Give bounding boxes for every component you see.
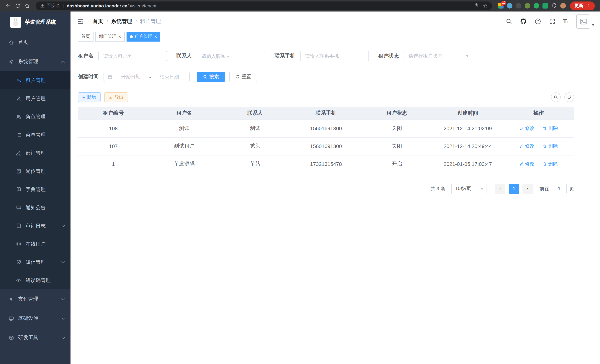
book-icon	[16, 187, 21, 192]
sidebar-item-label: 错误码管理	[26, 277, 65, 284]
tab-tenant[interactable]: 租户管理 ×	[126, 32, 160, 41]
pencil-icon	[519, 126, 524, 131]
browser-reload-button[interactable]	[13, 1, 22, 10]
broadcast-icon	[16, 241, 21, 247]
close-icon[interactable]: ×	[118, 34, 121, 39]
page-content: 租户名 联系人 联系手机 租户状态 请选择租户状态	[71, 42, 600, 364]
goto-suffix: 页	[569, 185, 574, 192]
prev-page-button[interactable]: ‹	[495, 184, 505, 194]
extensions-puzzle-icon[interactable]	[551, 3, 557, 9]
sidebar-item-payment[interactable]: ¥ 支付管理	[0, 289, 71, 309]
status-select[interactable]: 请选择租户状态 ▾	[404, 51, 472, 61]
delete-button[interactable]: 删除	[543, 143, 558, 149]
goto-prefix: 前往	[540, 185, 549, 192]
browser-profile-avatar[interactable]	[560, 3, 566, 9]
sidebar-item-sms[interactable]: 短信管理	[0, 253, 71, 271]
security-warning-icon[interactable]	[40, 3, 45, 8]
sidebar-item-devtools[interactable]: 研发工具	[0, 328, 71, 347]
extension-icon-6[interactable]	[543, 3, 548, 9]
page-1-button[interactable]: 1	[509, 184, 519, 194]
edit-button[interactable]: 修改	[519, 161, 534, 167]
search-button-label: 搜索	[209, 74, 219, 80]
tab-home[interactable]: 首页	[78, 32, 94, 41]
browser-home-button[interactable]	[22, 1, 32, 10]
sidebar-item-error-code[interactable]: </> 错误码管理	[0, 271, 71, 289]
sidebar-item-system[interactable]: 系统管理	[0, 52, 71, 71]
sidebar-item-infra[interactable]: 基础设施	[0, 309, 71, 328]
extension-icon-1[interactable]: 10	[498, 3, 504, 9]
search-button[interactable]: 搜索	[197, 72, 225, 82]
delete-button[interactable]: 删除	[543, 161, 558, 167]
sidebar-item-label: 支付管理	[18, 296, 58, 302]
sidebar-item-role[interactable]: 角色管理	[0, 108, 71, 126]
export-button[interactable]: 导出	[104, 92, 128, 102]
font-size-icon-small: T	[567, 20, 569, 24]
sidebar-item-label: 菜单管理	[26, 131, 65, 138]
gear-icon	[8, 59, 14, 65]
sidebar-item-online-user[interactable]: 在线用户	[0, 235, 71, 253]
next-page-button[interactable]: ›	[523, 184, 533, 194]
reset-button[interactable]: 重置	[229, 72, 257, 82]
table-row: 108 测试 测试 15601691300 关闭 2021-12-14 21:0…	[78, 120, 574, 137]
sidebar-item-dept[interactable]: 部门管理	[0, 144, 71, 162]
download-icon	[109, 95, 112, 99]
github-button[interactable]	[520, 18, 527, 25]
toggle-search-button[interactable]	[551, 92, 561, 102]
bookmark-star-icon[interactable]: ☆	[483, 3, 488, 8]
browser-update-button[interactable]: 更新 ⋮	[570, 1, 595, 10]
sidebar-item-user[interactable]: 用户管理	[0, 89, 71, 108]
contact-input[interactable]	[197, 51, 265, 61]
sidebar-item-label: 字典管理	[26, 186, 65, 193]
tenant-name-input[interactable]	[98, 51, 167, 61]
date-range-picker[interactable]: 开始日期 - 结束日期	[103, 72, 190, 82]
user-menu[interactable]: ▾	[576, 14, 594, 28]
sidebar-toggle-button[interactable]	[76, 17, 84, 25]
phone-input[interactable]	[300, 51, 369, 61]
caret-down-icon[interactable]: ▾	[592, 23, 594, 28]
trash-icon	[543, 126, 547, 131]
sidebar-item-notice[interactable]: 通知公告	[0, 198, 71, 217]
edit-button[interactable]: 修改	[519, 143, 534, 149]
fullscreen-button[interactable]	[549, 18, 556, 25]
browser-menu-kebab-icon[interactable]: ⋮	[585, 3, 593, 9]
chevron-down-icon	[61, 260, 65, 263]
status-label: 租户状态	[378, 53, 399, 59]
extension-icon-3[interactable]	[516, 3, 521, 9]
app: 芋道管理系统 首页 系统管理 租户管理	[0, 11, 600, 364]
reset-button-label: 重置	[242, 74, 251, 80]
delete-button[interactable]: 删除	[543, 125, 558, 132]
extension-icon-2[interactable]	[507, 3, 512, 9]
extension-icon-5[interactable]	[534, 3, 539, 9]
edit-button[interactable]: 修改	[519, 125, 534, 132]
address-bar[interactable]: 不安全 dashboard.yudao.iocoder.cn/system/te…	[36, 1, 492, 10]
tab-dept[interactable]: 部门管理 ×	[95, 32, 124, 41]
col-tenant-name: 租户名	[149, 107, 220, 120]
sidebar-item-home[interactable]: 首页	[0, 33, 71, 52]
add-button[interactable]: + 新增	[78, 92, 100, 102]
sidebar-item-dict[interactable]: 字典管理	[0, 180, 71, 198]
sidebar-item-post[interactable]: 岗位管理	[0, 162, 71, 180]
pencil-icon	[519, 144, 524, 149]
breadcrumb-home[interactable]: 首页	[93, 18, 103, 25]
header-search-button[interactable]	[505, 18, 512, 25]
browser-back-button[interactable]	[3, 1, 13, 10]
sidebar-item-menu[interactable]: 菜单管理	[0, 126, 71, 144]
extension-icon-4[interactable]	[525, 3, 530, 9]
cell-phone: 15601691300	[291, 137, 361, 155]
browser-toolbar: 不安全 dashboard.yudao.iocoder.cn/system/te…	[0, 0, 600, 11]
delete-label: 删除	[548, 161, 558, 167]
logo[interactable]: 芋道管理系统	[0, 11, 71, 33]
refresh-table-button[interactable]	[564, 92, 574, 102]
breadcrumb-system[interactable]: 系统管理	[111, 18, 132, 25]
font-size-button[interactable]: TT	[563, 18, 569, 25]
help-button[interactable]	[534, 18, 541, 25]
avatar[interactable]	[576, 14, 591, 28]
sidebar-item-tenant[interactable]: 租户管理	[0, 71, 71, 89]
page-size-select[interactable]: 10条/页 ▾	[451, 184, 487, 194]
goto-page-input[interactable]	[552, 184, 567, 194]
sidebar-item-audit-log[interactable]: 审计日志	[0, 217, 71, 235]
sidebar-item-label: 短信管理	[26, 259, 58, 265]
close-icon[interactable]: ×	[154, 34, 157, 39]
share-icon[interactable]	[474, 3, 479, 9]
breadcrumb-separator: /	[106, 18, 108, 24]
